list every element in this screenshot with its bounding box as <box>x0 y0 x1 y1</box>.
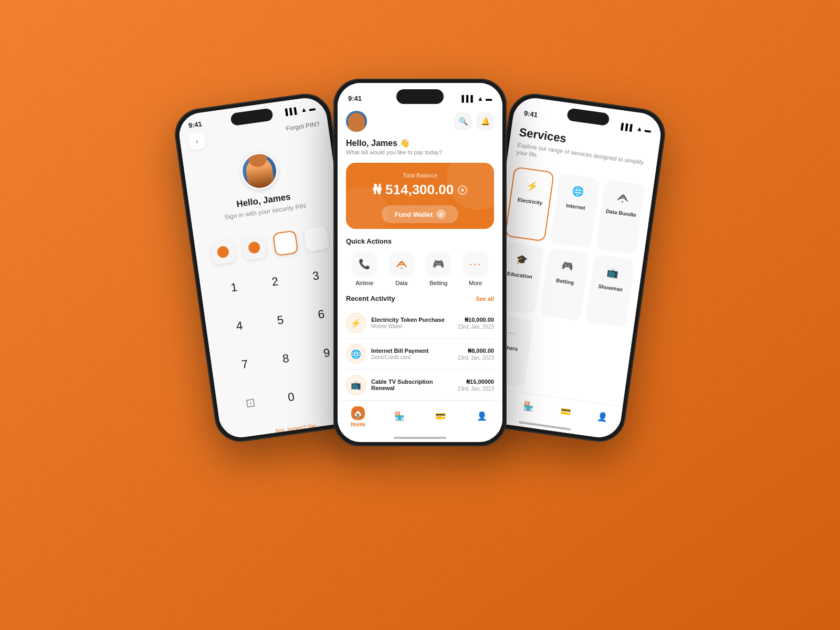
activity-name-2: Internet Bill Payment <box>371 348 453 354</box>
key-biometric[interactable]: ⊡ <box>234 386 267 419</box>
pin-dot-inner-2 <box>248 241 261 254</box>
not-james-label: Not James? <box>275 424 307 434</box>
airtime-label: Airtime <box>355 280 373 286</box>
pin-dot-2 <box>241 235 267 261</box>
nav-cards-icon-right: 💳 <box>558 404 573 419</box>
balance-pattern <box>346 163 494 229</box>
nav-services[interactable]: 🏪 <box>386 410 413 425</box>
bottom-nav: 🏠 Home 🏪 💳 👤 <box>338 401 502 434</box>
activity-item-3: 📺 Cable TV Subscription Renewal ₦15,0000… <box>346 370 494 401</box>
activity-item-1: ⚡ Electricity Token Purchase Mobile Wall… <box>346 308 494 339</box>
greeting-title: Hello, James 👋 <box>346 138 494 148</box>
airtime-icon: 📞 <box>352 251 377 277</box>
service-betting[interactable]: 🎮 Betting <box>540 248 590 321</box>
nav-cards[interactable]: 💳 <box>427 410 454 425</box>
keypad-row-2: 4 5 6 <box>217 297 343 343</box>
battery-icon-right: ▬ <box>644 126 652 134</box>
battery-icon-left: ▬ <box>309 104 316 112</box>
activity-info-2: Internet Bill Payment Debit/Credit card <box>371 348 453 360</box>
switch-link[interactable]: Sw <box>307 423 316 430</box>
key-3[interactable]: 3 <box>299 259 332 292</box>
nav-profile-right[interactable]: 👤 <box>589 408 616 425</box>
wifi-icon-left: ▲ <box>300 106 308 114</box>
back-button[interactable]: ‹ <box>187 132 206 151</box>
activity-list: ⚡ Electricity Token Purchase Mobile Wall… <box>338 308 502 401</box>
betting-service-label: Betting <box>556 277 575 286</box>
key-2[interactable]: 2 <box>258 265 291 298</box>
status-icons-right: ▌▌▌ ▲ ▬ <box>621 123 652 134</box>
showmax-label: Showmax <box>598 283 623 292</box>
status-icons-center: ▌▌▌ ▲ ▬ <box>462 95 492 102</box>
home-header-icons: 🔍 🔔 <box>454 112 494 130</box>
key-5[interactable]: 5 <box>264 303 297 337</box>
nav-home[interactable]: 🏠 Home <box>345 406 371 427</box>
home-avatar[interactable] <box>346 111 367 132</box>
key-8[interactable]: 8 <box>269 342 302 375</box>
recent-header: Recent Activity See all <box>338 295 502 302</box>
activity-name-1: Electricity Token Purchase <box>371 317 453 323</box>
nav-profile[interactable]: 👤 <box>469 410 495 425</box>
home-indicator-center <box>394 437 446 439</box>
avatar <box>239 150 280 192</box>
quick-actions: 📞 Airtime Data <box>338 251 502 286</box>
service-electricity[interactable]: ⚡ Electricity <box>505 166 554 242</box>
wifi-icon-center: ▲ <box>477 95 484 102</box>
dynamic-island-center <box>396 89 444 104</box>
activity-right-1: ₦10,000.00 23rd, Jan, 2023 <box>458 317 495 330</box>
forgot-pin-text[interactable]: Forgot PIN? <box>286 120 320 132</box>
nav-cards-icon: 💳 <box>434 410 447 423</box>
nav-home-label: Home <box>351 422 365 427</box>
internet-icon: 🌐 <box>567 181 589 202</box>
activity-amount-2: ₦8,000.00 <box>458 348 495 354</box>
betting-service-icon: 🎮 <box>556 255 578 277</box>
see-all-button[interactable]: See all <box>476 296 494 302</box>
nav-profile-icon: 👤 <box>475 410 489 423</box>
nav-services-right[interactable]: 🏪 <box>515 397 543 415</box>
battery-icon-center: ▬ <box>486 95 492 102</box>
status-time-center: 9:41 <box>348 94 362 102</box>
notification-button[interactable]: 🔔 <box>476 112 494 130</box>
activity-amount-3: ₦15,00000 <box>458 379 495 385</box>
data-bundle-icon <box>613 187 634 208</box>
activity-right-2: ₦8,000.00 23rd, Jan, 2023 <box>458 348 495 361</box>
showmax-icon: 📺 <box>602 262 624 284</box>
phones-container: 9:41 ▌▌▌ ▲ ▬ ‹ Forgot PIN? <box>184 58 656 572</box>
action-data[interactable]: Data <box>389 251 414 286</box>
recent-title: Recent Activity <box>346 295 395 302</box>
avatar-head <box>247 150 268 168</box>
greeting-section: Hello, James 👋 What bill would you like … <box>338 138 502 163</box>
education-label: Education <box>507 270 532 280</box>
nav-cards-right[interactable]: 💳 <box>552 403 580 420</box>
action-airtime[interactable]: 📞 Airtime <box>352 251 377 286</box>
pin-dot-1 <box>210 239 236 265</box>
search-button[interactable]: 🔍 <box>454 112 472 130</box>
home-phone: 9:41 ▌▌▌ ▲ ▬ 🔍 🔔 <box>333 79 507 446</box>
activity-name-3: Cable TV Subscription Renewal <box>371 379 453 391</box>
home-header: 🔍 🔔 <box>338 107 502 138</box>
service-data-bundle[interactable]: Data Bundle <box>595 179 645 255</box>
service-showmax[interactable]: 📺 Showmax <box>585 254 635 328</box>
activity-amount-1: ₦10,000.00 <box>458 317 495 323</box>
greeting-sub: What bill would you like to pay today? <box>346 149 494 155</box>
key-7[interactable]: 7 <box>228 348 261 381</box>
betting-icon: 🎮 <box>426 251 451 277</box>
key-0[interactable]: 0 <box>275 381 308 414</box>
signal-icon-right: ▌▌▌ <box>621 123 635 132</box>
internet-label: Internet <box>565 202 585 211</box>
key-1[interactable]: 1 <box>217 271 250 304</box>
activity-right-3: ₦15,00000 23rd, Jan, 2023 <box>458 379 495 392</box>
action-betting[interactable]: 🎮 Betting <box>426 251 451 286</box>
action-more[interactable]: ··· More <box>463 251 488 286</box>
quick-actions-title: Quick Actions <box>338 237 502 245</box>
status-time-right: 9:41 <box>523 109 538 118</box>
electricity-label: Electricity <box>517 196 543 206</box>
activity-sub-2: Debit/Credit card <box>371 354 453 360</box>
service-internet[interactable]: 🌐 Internet <box>550 173 600 248</box>
nav-profile-icon-right: 👤 <box>595 409 610 424</box>
pin-dot-3 <box>272 230 299 256</box>
activity-date-1: 23rd, Jan, 2023 <box>458 324 495 330</box>
activity-date-2: 23rd, Jan, 2023 <box>458 355 495 361</box>
activity-info-3: Cable TV Subscription Renewal <box>371 379 453 392</box>
key-4[interactable]: 4 <box>223 309 256 342</box>
data-bundle-label: Data Bundle <box>605 208 636 218</box>
